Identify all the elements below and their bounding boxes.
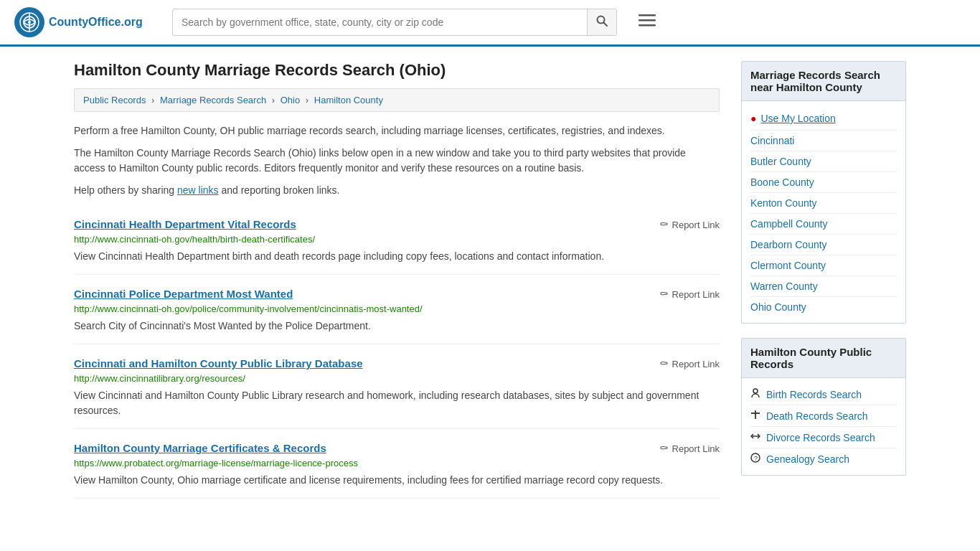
- nearby-location-item[interactable]: Ohio County: [750, 297, 897, 317]
- public-records-link-item[interactable]: Birth Records Search: [750, 384, 897, 405]
- report-link-label: Report Link: [672, 359, 720, 369]
- public-records-body: Birth Records Search Death Records Searc…: [741, 378, 906, 476]
- new-links-link[interactable]: new links: [177, 184, 219, 196]
- report-link-label: Report Link: [672, 220, 720, 230]
- menu-icon[interactable]: [639, 11, 656, 33]
- svg-rect-7: [639, 19, 656, 22]
- nearby-locations: CincinnatiButler CountyBoone CountyKento…: [750, 131, 897, 317]
- result-header: Hamilton County Marriage Certificates & …: [74, 442, 720, 455]
- svg-rect-6: [639, 14, 656, 17]
- nearby-location-link[interactable]: Dearborn County: [750, 239, 827, 250]
- result-title[interactable]: Hamilton County Marriage Certificates & …: [74, 442, 326, 454]
- result-url: http://www.cincinnati-oh.gov/police/comm…: [74, 303, 720, 314]
- nearby-location-item[interactable]: Dearborn County: [750, 235, 897, 255]
- logo-area[interactable]: CountyOffice.org: [14, 7, 158, 37]
- result-url: http://www.cincinnatilibrary.org/resourc…: [74, 373, 720, 384]
- report-link[interactable]: ⚰ Report Link: [659, 442, 720, 455]
- description-2: The Hamilton County Marriage Records Sea…: [74, 146, 720, 176]
- report-link-icon: ⚰: [659, 442, 669, 455]
- sidebar: Marriage Records Search near Hamilton Co…: [741, 61, 906, 499]
- nearby-location-link[interactable]: Warren County: [750, 281, 818, 292]
- public-records-icon: [750, 431, 760, 443]
- description-1: Perform a free Hamilton County, OH publi…: [74, 123, 720, 138]
- public-records-header: Hamilton County Public Records: [741, 338, 906, 378]
- public-records-link[interactable]: Birth Records Search: [766, 389, 862, 400]
- report-link-icon: ⚰: [659, 357, 669, 370]
- search-icon: [596, 15, 608, 27]
- report-link[interactable]: ⚰ Report Link: [659, 218, 720, 231]
- result-item: Cincinnati and Hamilton County Public Li…: [74, 344, 720, 429]
- nearby-location-link[interactable]: Kenton County: [750, 197, 817, 209]
- search-button[interactable]: [587, 9, 616, 35]
- breadcrumb: Public Records › Marriage Records Search…: [74, 88, 720, 112]
- search-bar: [172, 9, 617, 36]
- nearby-location-link[interactable]: Ohio County: [750, 301, 806, 313]
- result-item: Cincinnati Health Department Vital Recor…: [74, 205, 720, 275]
- nearby-location-link[interactable]: Campbell County: [750, 218, 827, 230]
- public-records-link-item[interactable]: Divorce Records Search: [750, 427, 897, 448]
- result-desc: View Cincinnati Health Department birth …: [74, 249, 720, 264]
- public-records-link[interactable]: Death Records Search: [766, 410, 868, 422]
- breadcrumb-public-records[interactable]: Public Records: [83, 95, 146, 105]
- cross-icon: [750, 410, 760, 420]
- result-item: Hamilton County Marriage Certificates & …: [74, 429, 720, 499]
- public-records-link-item[interactable]: Death Records Search: [750, 405, 897, 427]
- result-title[interactable]: Cincinnati Police Department Most Wanted: [74, 288, 293, 300]
- nearby-location-link[interactable]: Boone County: [750, 176, 814, 188]
- report-link-label: Report Link: [672, 443, 720, 454]
- breadcrumb-hamilton[interactable]: Hamilton County: [314, 95, 383, 105]
- public-records-section: Hamilton County Public Records Birth Rec…: [741, 338, 906, 476]
- result-desc: View Hamilton County, Ohio marriage cert…: [74, 473, 720, 488]
- logo-text: CountyOffice.org: [49, 16, 143, 29]
- nearby-body: ● Use My Location CincinnatiButler Count…: [741, 101, 906, 324]
- person-icon: [750, 388, 760, 398]
- description-3: Help others by sharing new links and rep…: [74, 183, 720, 198]
- genealogy-icon: ?: [750, 453, 760, 463]
- result-title[interactable]: Cincinnati Health Department Vital Recor…: [74, 218, 296, 230]
- nearby-section: Marriage Records Search near Hamilton Co…: [741, 61, 906, 324]
- arrows-icon: [750, 431, 760, 441]
- result-url: https://www.probatect.org/marriage-licen…: [74, 458, 720, 468]
- svg-line-5: [604, 23, 608, 27]
- svg-point-3: [28, 21, 31, 24]
- nearby-location-item[interactable]: Warren County: [750, 276, 897, 297]
- result-desc: Search City of Cincinnati's Most Wanted …: [74, 319, 720, 334]
- result-title[interactable]: Cincinnati and Hamilton County Public Li…: [74, 357, 363, 369]
- location-pin-icon: ●: [750, 113, 756, 124]
- nearby-location-link[interactable]: Clermont County: [750, 260, 826, 271]
- report-link-icon: ⚰: [659, 288, 669, 301]
- nearby-location-item[interactable]: Cincinnati: [750, 131, 897, 151]
- nearby-header: Marriage Records Search near Hamilton Co…: [741, 61, 906, 101]
- result-header: Cincinnati Police Department Most Wanted…: [74, 288, 720, 301]
- results-list: Cincinnati Health Department Vital Recor…: [74, 205, 720, 499]
- nearby-location-item[interactable]: Campbell County: [750, 214, 897, 235]
- public-records-link[interactable]: Genealogy Search: [766, 453, 849, 465]
- search-input[interactable]: [173, 11, 587, 34]
- nearby-location-item[interactable]: Boone County: [750, 172, 897, 193]
- nearby-location-item[interactable]: Butler County: [750, 151, 897, 172]
- report-link[interactable]: ⚰ Report Link: [659, 288, 720, 301]
- public-records-icon: ?: [750, 453, 760, 465]
- use-location-item[interactable]: ● Use My Location: [750, 107, 897, 131]
- nearby-location-item[interactable]: Kenton County: [750, 193, 897, 214]
- nearby-location-link[interactable]: Butler County: [750, 156, 811, 167]
- result-desc: View Cincinnati and Hamilton County Publ…: [74, 388, 720, 418]
- breadcrumb-marriage-records[interactable]: Marriage Records Search: [160, 95, 266, 105]
- use-location-link[interactable]: Use My Location: [760, 113, 835, 124]
- main-container: Hamilton County Marriage Records Search …: [60, 47, 920, 513]
- nearby-location-item[interactable]: Clermont County: [750, 255, 897, 276]
- report-link[interactable]: ⚰ Report Link: [659, 357, 720, 370]
- svg-rect-8: [639, 24, 656, 27]
- breadcrumb-ohio[interactable]: Ohio: [281, 95, 300, 105]
- public-records-icon: [750, 410, 760, 422]
- result-url: http://www.cincinnati-oh.gov/health/birt…: [74, 234, 720, 245]
- report-link-label: Report Link: [672, 289, 720, 300]
- public-records-link[interactable]: Divorce Records Search: [766, 432, 875, 443]
- public-records-link-item[interactable]: ? Genealogy Search: [750, 448, 897, 469]
- nearby-location-link[interactable]: Cincinnati: [750, 135, 794, 146]
- public-records-items: Birth Records Search Death Records Searc…: [750, 384, 897, 469]
- report-link-icon: ⚰: [659, 218, 669, 231]
- result-item: Cincinnati Police Department Most Wanted…: [74, 275, 720, 344]
- content-area: Hamilton County Marriage Records Search …: [74, 61, 720, 499]
- result-header: Cincinnati Health Department Vital Recor…: [74, 218, 720, 231]
